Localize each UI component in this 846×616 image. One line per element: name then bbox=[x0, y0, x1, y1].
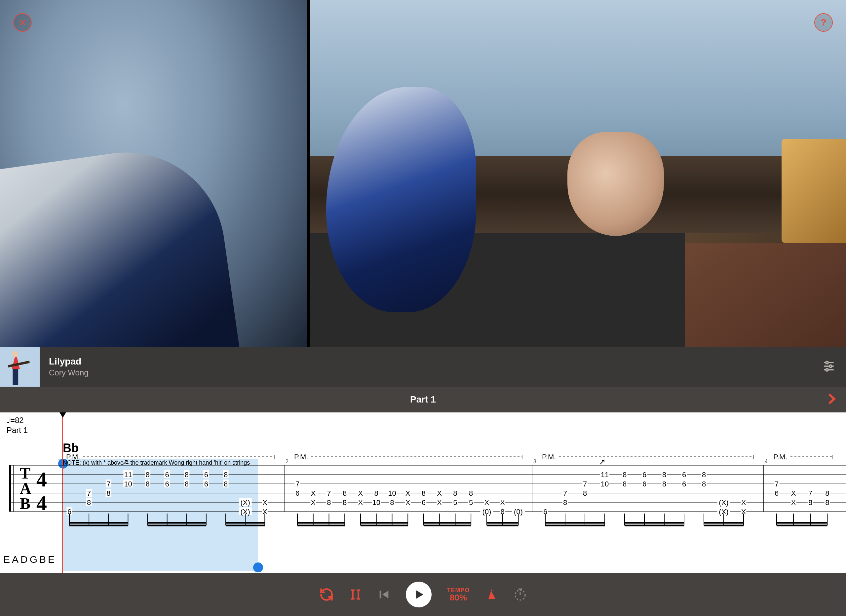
svg-text:7: 7 bbox=[775, 480, 778, 488]
svg-point-5 bbox=[826, 361, 828, 363]
svg-text:2: 2 bbox=[285, 459, 288, 464]
ab-loop-button[interactable] bbox=[349, 588, 362, 601]
svg-text:10: 10 bbox=[124, 480, 132, 488]
close-button[interactable]: ✕ bbox=[13, 13, 32, 32]
svg-text:X: X bbox=[358, 498, 363, 507]
help-button[interactable]: ? bbox=[814, 13, 833, 32]
song-info-bar: Lilypad Cory Wong bbox=[0, 347, 846, 387]
loop-button[interactable] bbox=[319, 587, 334, 602]
svg-text:(X): (X) bbox=[241, 498, 250, 507]
svg-text:P.M.: P.M. bbox=[294, 453, 308, 461]
svg-text:8: 8 bbox=[623, 470, 627, 479]
svg-rect-267 bbox=[380, 591, 381, 598]
svg-text:7: 7 bbox=[808, 489, 812, 497]
svg-text:8: 8 bbox=[563, 498, 567, 507]
chevron-right-icon bbox=[825, 392, 838, 406]
svg-point-9 bbox=[826, 369, 828, 371]
skip-back-icon bbox=[377, 588, 391, 601]
svg-text:8: 8 bbox=[145, 470, 149, 479]
svg-text:6: 6 bbox=[204, 470, 208, 479]
part-bar: Part 1 bbox=[0, 387, 846, 412]
play-button[interactable] bbox=[406, 582, 432, 607]
svg-rect-1 bbox=[13, 369, 18, 385]
help-icon: ? bbox=[821, 17, 826, 28]
svg-text:8: 8 bbox=[662, 470, 666, 479]
svg-point-7 bbox=[830, 365, 832, 367]
svg-text:P.M.: P.M. bbox=[773, 453, 787, 461]
svg-text:8: 8 bbox=[623, 480, 627, 488]
svg-text:8: 8 bbox=[825, 498, 829, 507]
svg-text:4: 4 bbox=[36, 491, 47, 515]
svg-text:8: 8 bbox=[185, 470, 189, 479]
svg-text:6: 6 bbox=[295, 489, 300, 497]
svg-text:8: 8 bbox=[469, 489, 473, 497]
settings-button[interactable] bbox=[821, 359, 836, 375]
svg-text:X: X bbox=[311, 489, 316, 497]
svg-text:X: X bbox=[262, 498, 267, 507]
svg-text:8: 8 bbox=[662, 480, 666, 488]
svg-text:6: 6 bbox=[165, 480, 169, 488]
svg-rect-0 bbox=[0, 347, 40, 387]
svg-text:6: 6 bbox=[165, 470, 169, 479]
svg-text:8: 8 bbox=[185, 480, 189, 488]
svg-text:10: 10 bbox=[601, 480, 609, 488]
tablature-area[interactable]: ♩=82 Part 1 TAB44BbNOTE: (x) with * abov… bbox=[0, 412, 846, 573]
svg-text:↗: ↗ bbox=[599, 457, 605, 466]
svg-marker-269 bbox=[416, 590, 424, 598]
svg-text:↗: ↗ bbox=[122, 457, 129, 466]
svg-text:4: 4 bbox=[765, 459, 768, 464]
svg-text:8: 8 bbox=[375, 489, 378, 497]
album-art[interactable] bbox=[0, 347, 40, 387]
svg-text:6: 6 bbox=[204, 480, 208, 488]
sliders-icon bbox=[821, 359, 836, 373]
album-art-icon bbox=[0, 347, 40, 387]
app-root: ✕ ? Lilypad Cory Wong Pa bbox=[0, 0, 846, 616]
svg-text:5: 5 bbox=[469, 498, 473, 507]
svg-text:NOTE: (x) with * above = the t: NOTE: (x) with * above = the trademark W… bbox=[63, 459, 250, 466]
control-bar: TEMPO 80% bbox=[0, 573, 846, 616]
svg-text:8: 8 bbox=[825, 489, 829, 497]
svg-text:10: 10 bbox=[372, 498, 380, 507]
svg-text:8: 8 bbox=[583, 489, 587, 497]
svg-text:6: 6 bbox=[422, 498, 426, 507]
svg-text:8: 8 bbox=[808, 498, 812, 507]
svg-text:3: 3 bbox=[533, 459, 536, 464]
song-artist: Cory Wong bbox=[49, 368, 88, 378]
svg-text:X: X bbox=[791, 498, 796, 507]
svg-text:X: X bbox=[791, 489, 796, 497]
svg-text:X: X bbox=[437, 489, 442, 497]
loop-icon bbox=[319, 587, 334, 602]
countdown-button[interactable] bbox=[514, 588, 527, 601]
svg-text:8: 8 bbox=[343, 498, 347, 507]
tuning-label: EADGBE bbox=[3, 554, 56, 565]
tempo-button[interactable]: TEMPO 80% bbox=[447, 587, 470, 602]
metronome-button[interactable] bbox=[485, 588, 498, 601]
svg-text:8: 8 bbox=[145, 480, 149, 488]
video-left-panel[interactable] bbox=[0, 0, 307, 347]
svg-text:8: 8 bbox=[702, 470, 706, 479]
metronome-icon bbox=[485, 588, 498, 601]
play-icon bbox=[413, 588, 425, 601]
video-right-panel[interactable] bbox=[310, 0, 846, 347]
rewind-button[interactable] bbox=[377, 588, 391, 601]
svg-text:5: 5 bbox=[453, 498, 457, 507]
svg-text:X: X bbox=[485, 498, 489, 507]
svg-text:B: B bbox=[20, 495, 31, 512]
svg-text:8: 8 bbox=[224, 470, 228, 479]
svg-text:8: 8 bbox=[224, 480, 228, 488]
svg-text:7: 7 bbox=[295, 480, 300, 488]
svg-text:8: 8 bbox=[453, 489, 457, 497]
svg-text:X: X bbox=[741, 498, 746, 507]
svg-text:X: X bbox=[311, 498, 316, 507]
svg-text:8: 8 bbox=[327, 498, 331, 507]
svg-text:7: 7 bbox=[106, 480, 110, 488]
tempo-value: 80% bbox=[450, 593, 467, 602]
next-part-button[interactable] bbox=[825, 392, 838, 407]
song-title: Lilypad bbox=[49, 356, 88, 367]
svg-text:(X): (X) bbox=[719, 498, 728, 507]
svg-text:6: 6 bbox=[775, 489, 778, 497]
svg-text:X: X bbox=[358, 489, 363, 497]
svg-text:8: 8 bbox=[390, 498, 394, 507]
svg-text:X: X bbox=[437, 498, 442, 507]
svg-text:11: 11 bbox=[124, 470, 132, 479]
